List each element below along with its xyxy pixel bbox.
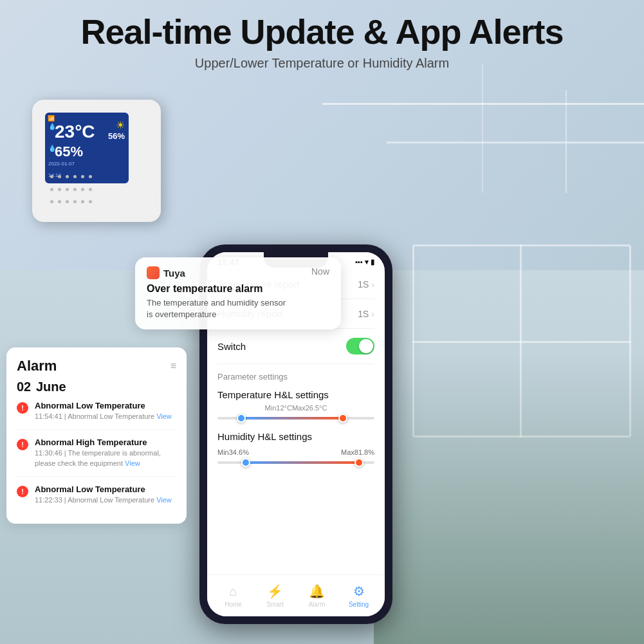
outdoor-humidity: 56% xyxy=(108,131,125,141)
nav-label-smart: Smart xyxy=(266,601,284,608)
speaker-dot xyxy=(66,175,69,178)
switch-label: Switch xyxy=(217,341,246,352)
alarm-view-link-3[interactable]: View xyxy=(156,496,172,504)
switch-row[interactable]: Switch xyxy=(217,329,374,364)
temp-slider-fill xyxy=(241,417,344,419)
alarm-item-2: Abnormal High Temperature 11:30:46 | The… xyxy=(17,437,176,477)
filter-icon[interactable]: ≡ xyxy=(170,360,176,372)
device-screen-right: ☀ 56% xyxy=(108,119,125,141)
alarm-item-3-body: 11:22:33 | Abnormal Low Temperature View xyxy=(35,495,172,505)
temp-min-max: Min12°CMax26.5°C xyxy=(217,404,374,412)
chevron-right-icon: › xyxy=(371,279,374,290)
temp-display: 23°C xyxy=(55,122,95,142)
hum-slider-labels: Min34.6% Max81.8% xyxy=(217,448,374,456)
alarm-item-3: Abnormal Low Temperature 11:22:33 | Abno… xyxy=(17,484,176,513)
temp-hl-settings: Temperature H&L settings Min12°CMax26.5°… xyxy=(217,385,374,427)
speaker-dot xyxy=(66,188,69,191)
hum-slider-container: Min34.6% Max81.8% xyxy=(217,443,374,472)
hum-min-label: Min34.6% xyxy=(217,448,249,456)
speaker-dot xyxy=(89,200,92,203)
notification-app: Tuya xyxy=(147,266,185,279)
hum-slider-min-handle[interactable] xyxy=(241,458,250,467)
speaker-dot xyxy=(50,200,53,203)
temp-slider-track[interactable] xyxy=(217,417,374,419)
toggle-knob xyxy=(359,339,373,353)
smart-icon: ⚡ xyxy=(267,584,283,599)
title-area: Real-time Update & App Alerts Upper/Lowe… xyxy=(0,13,644,71)
speaker-dot xyxy=(81,188,84,191)
hum-report-val: 1S xyxy=(358,309,369,319)
speaker-dot xyxy=(73,200,77,203)
alarm-item-1-content: Abnormal Low Temperature 11:54:41 | Abno… xyxy=(35,401,172,421)
temperature-value: 23°C xyxy=(55,122,95,142)
temperature-report-value: 1S › xyxy=(358,279,374,290)
nav-label-home: Home xyxy=(225,601,242,608)
nav-label-alarm: Alarm xyxy=(308,601,325,608)
hum-slider-track[interactable] xyxy=(217,461,374,464)
speaker-grille xyxy=(50,175,92,210)
nav-item-smart[interactable]: ⚡ Smart xyxy=(254,584,296,608)
speaker-dot xyxy=(81,200,84,203)
speaker-dot xyxy=(81,175,84,178)
temp-slider-max-handle[interactable] xyxy=(338,414,347,423)
device-date: 2022-01-07 xyxy=(48,161,75,167)
alarm-month: June xyxy=(36,380,66,394)
alarm-view-link-1[interactable]: View xyxy=(156,412,172,420)
device-container: 📶 💧 23°C 💧 65% 2022-01-07 14:12 ☀ 56% xyxy=(32,100,180,241)
device-box: 📶 💧 23°C 💧 65% 2022-01-07 14:12 ☀ 56% xyxy=(32,100,161,222)
alarm-item-1-title: Abnormal Low Temperature xyxy=(35,401,172,410)
setting-icon: ⚙ xyxy=(353,584,365,599)
home-icon: ⌂ xyxy=(229,584,237,599)
alarm-panel: Alarm ≡ 02 June Abnormal Low Temperature… xyxy=(6,347,187,524)
hum-slider-max-handle[interactable] xyxy=(354,458,363,467)
app-name: Tuya xyxy=(163,268,185,279)
temp-report-val: 1S xyxy=(358,279,369,290)
nav-item-home[interactable]: ⌂ Home xyxy=(212,584,254,608)
tuya-icon xyxy=(147,266,160,279)
alarm-icon: 🔔 xyxy=(309,584,325,599)
speaker-dot xyxy=(58,200,61,203)
speaker-dot xyxy=(50,175,53,178)
humidity-hl-settings: Humidity H&L settings Min34.6% Max81.8% xyxy=(217,427,374,472)
parameter-settings-header: Parameter settings xyxy=(217,364,374,385)
notification-header: Tuya Now xyxy=(147,266,329,279)
status-icons: ▪▪▪ ▾ ▮ xyxy=(355,258,374,266)
nav-item-setting[interactable]: ⚙ Setting xyxy=(338,584,380,608)
alarm-item-2-content: Abnormal High Temperature 11:30:46 | The… xyxy=(35,437,161,468)
hum-max-label: Max81.8% xyxy=(341,448,374,456)
hum-slider-fill xyxy=(246,461,359,464)
alarm-item-1-body: 11:54:41 | Abnormal Low Temperature View xyxy=(35,412,172,421)
notification-time: Now xyxy=(311,266,329,279)
humidity-hl-label: Humidity H&L settings xyxy=(217,427,374,443)
notification-title: Over temperature alarm xyxy=(147,283,329,295)
nav-item-alarm[interactable]: 🔔 Alarm xyxy=(296,584,338,608)
device-screen: 📶 💧 23°C 💧 65% 2022-01-07 14:12 ☀ 56% xyxy=(45,113,129,183)
sun-icon: ☀ xyxy=(108,119,125,131)
wifi-icon: 📶 xyxy=(48,115,55,122)
page-subtitle: Upper/Lower Temperature or Humidity Alar… xyxy=(0,56,644,71)
chevron-right-icon-2: › xyxy=(371,309,374,319)
alarm-item-2-title: Abnormal High Temperature xyxy=(35,437,161,447)
alarm-item-3-title: Abnormal Low Temperature xyxy=(35,484,172,494)
temp-slider-container: Min12°CMax26.5°C xyxy=(217,401,374,427)
alarm-header: Alarm ≡ xyxy=(17,358,176,374)
alarm-item-1: Abnormal Low Temperature 11:54:41 | Abno… xyxy=(17,401,176,430)
alarm-date: 02 June xyxy=(17,380,176,394)
room-shelf-1 xyxy=(322,103,644,105)
switch-toggle[interactable] xyxy=(346,338,374,354)
nav-label-setting: Setting xyxy=(349,601,369,608)
room-line-2 xyxy=(482,64,483,193)
speaker-dot xyxy=(73,188,77,191)
room-line-1 xyxy=(566,90,567,193)
speaker-dot xyxy=(89,188,92,191)
speaker-dot xyxy=(73,175,77,178)
notification-popup: Tuya Now Over temperature alarm The temp… xyxy=(135,257,341,329)
temp-slider-min-handle[interactable] xyxy=(237,414,246,423)
alarm-view-link-2[interactable]: View xyxy=(125,459,140,467)
page-title: Real-time Update & App Alerts xyxy=(0,13,644,51)
speaker-dot xyxy=(66,200,69,203)
alarm-dot-3 xyxy=(17,486,28,497)
room-shelf-2 xyxy=(387,142,644,143)
alarm-item-2-body: 11:30:46 | The temperature is abnormal,p… xyxy=(35,448,161,468)
humidity-report-value: 1S › xyxy=(358,309,374,319)
